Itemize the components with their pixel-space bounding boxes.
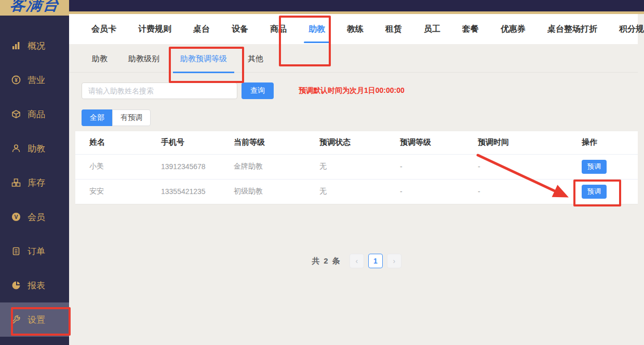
sidebar-item-goods[interactable]: 商品: [0, 97, 69, 131]
filter-has-preset-button[interactable]: 有预调: [112, 109, 151, 126]
page-1-button[interactable]: 1: [368, 254, 383, 268]
assistant-table-panel: 姓名 手机号 当前等级 预调状态 预调等级 预调时间 操作 小美 1391234…: [75, 131, 638, 204]
filter-button-group: 全部 有预调: [82, 109, 644, 126]
v-circle-icon: V: [11, 212, 21, 222]
cell-name: 安安: [75, 179, 161, 204]
search-input[interactable]: [82, 82, 237, 99]
preset-default-time-notice: 预调默认时间为次月1日00:00:00: [299, 86, 405, 95]
sidebar-item-overview[interactable]: 概况: [0, 29, 69, 63]
preset-button-row-2[interactable]: 预调: [582, 185, 607, 199]
assistant-table: 姓名 手机号 当前等级 预调状态 预调等级 预调时间 操作 小美 1391234…: [75, 131, 638, 204]
tab-goods[interactable]: 商品: [259, 14, 298, 44]
next-page-button[interactable]: ›: [387, 254, 401, 268]
col-header-preset-level: 预调等级: [400, 131, 478, 154]
sidebar-item-business[interactable]: ¥ 营业: [0, 63, 69, 97]
content-area: 助教 助教级别 助教预调等级 其他 查询 预调默认时间为次月1日00:00:00…: [69, 44, 644, 345]
tab-rental[interactable]: 租赁: [374, 14, 413, 44]
logo: 客满台: [0, 0, 69, 16]
subtab-assistant-level[interactable]: 助教级别: [118, 54, 170, 72]
prev-page-button[interactable]: ‹: [350, 254, 364, 268]
cell-current-level: 金牌助教: [234, 154, 319, 179]
tab-tables[interactable]: 桌台: [182, 14, 221, 44]
sidebar-item-label: 订单: [28, 245, 45, 257]
query-button[interactable]: 查询: [242, 82, 274, 99]
tab-assistant[interactable]: 助教: [298, 14, 336, 44]
table-row: 安安 13355421235 初级助教 无 - - 预调: [75, 179, 638, 204]
wrench-icon: [11, 315, 21, 324]
col-header-phone: 手机号: [161, 131, 234, 154]
cell-name: 小美: [75, 154, 161, 179]
col-header-name: 姓名: [75, 131, 161, 154]
tab-points-rules[interactable]: 积分规则: [608, 14, 644, 44]
tab-table-discount[interactable]: 桌台整场打折: [536, 14, 608, 44]
clipboard-icon: [11, 246, 21, 256]
main-tab-bar: 会员卡 计费规则 桌台 设备 商品 助教 教练 租赁 员工 套餐 优惠券 桌台整…: [69, 14, 638, 44]
search-row: 查询 预调默认时间为次月1日00:00:00: [82, 82, 644, 99]
logo-text: 客满台: [8, 0, 60, 16]
person-icon: [11, 144, 21, 153]
sidebar-item-label: 营业: [28, 74, 45, 86]
sidebar-item-label: 概况: [28, 40, 45, 52]
sidebar-nav: 概况 ¥ 营业 商品 助教: [0, 16, 69, 337]
sidebar-item-members[interactable]: V 会员: [0, 200, 69, 234]
tab-staff[interactable]: 员工: [413, 14, 451, 44]
sidebar: 客满台 概况 ¥ 营业 商品: [0, 0, 69, 345]
table-row: 小美 13912345678 金牌助教 无 - - 预调: [75, 154, 638, 179]
tab-coach[interactable]: 教练: [336, 14, 374, 44]
col-header-preset-time: 预调时间: [478, 131, 582, 154]
sub-tab-bar: 助教 助教级别 助教预调等级 其他: [69, 44, 638, 73]
sidebar-item-label: 库存: [28, 177, 45, 189]
cell-preset-level: -: [400, 179, 478, 204]
table-header-row: 姓名 手机号 当前等级 预调状态 预调等级 预调时间 操作: [75, 131, 638, 154]
cell-preset-time: -: [478, 154, 582, 179]
svg-text:¥: ¥: [15, 77, 18, 83]
sidebar-item-reports[interactable]: 报表: [0, 268, 69, 302]
tab-coupons[interactable]: 优惠券: [490, 14, 536, 44]
cell-preset-status: 无: [319, 154, 400, 179]
yen-circle-icon: ¥: [11, 75, 21, 85]
tab-member-card[interactable]: 会员卡: [81, 14, 127, 44]
sidebar-item-label: 会员: [28, 211, 45, 223]
cell-current-level: 初级助教: [234, 179, 319, 204]
sidebar-item-settings[interactable]: 设置: [0, 302, 69, 337]
sidebar-item-label: 助教: [28, 143, 45, 155]
subtab-assistant[interactable]: 助教: [82, 54, 118, 72]
sidebar-item-assistant[interactable]: 助教: [0, 131, 69, 165]
tab-billing-rules[interactable]: 计费规则: [127, 14, 182, 44]
cell-phone: 13355421235: [161, 179, 234, 204]
cell-preset-status: 无: [319, 179, 400, 204]
pie-chart-icon: [11, 281, 21, 290]
sidebar-item-label: 商品: [28, 108, 45, 120]
tab-packages[interactable]: 套餐: [451, 14, 490, 44]
pagination: 共 2 条 ‹ 1 ›: [75, 253, 638, 269]
top-navy-bar: [69, 0, 644, 11]
goods-box-icon: [11, 109, 21, 119]
col-header-current-level: 当前等级: [234, 131, 319, 154]
total-count-label: 共 2 条: [312, 256, 341, 266]
filter-all-button[interactable]: 全部: [82, 109, 112, 126]
sidebar-item-label: 报表: [28, 280, 45, 292]
cell-preset-level: -: [400, 154, 478, 179]
app-window: 客满台 概况 ¥ 营业 商品: [0, 0, 644, 345]
subtab-preset-level[interactable]: 助教预调等级: [170, 54, 237, 72]
subtab-other[interactable]: 其他: [237, 54, 274, 72]
sidebar-item-orders[interactable]: 订单: [0, 234, 69, 268]
chart-bars-icon: [11, 41, 21, 50]
cell-preset-time: -: [478, 179, 582, 204]
tab-devices[interactable]: 设备: [221, 14, 259, 44]
preset-button-row-1[interactable]: 预调: [582, 160, 607, 174]
col-header-action: 操作: [582, 131, 638, 154]
sidebar-item-label: 设置: [28, 314, 45, 326]
cell-phone: 13912345678: [161, 154, 234, 179]
svg-text:V: V: [14, 214, 18, 220]
col-header-preset-status: 预调状态: [319, 131, 400, 154]
cubes-icon: [11, 178, 21, 187]
sidebar-item-inventory[interactable]: 库存: [0, 165, 69, 200]
